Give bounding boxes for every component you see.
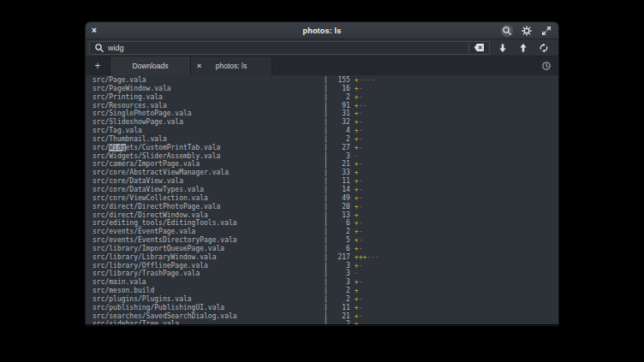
window-title: photos: ls [86,27,558,35]
terminal-row: src/PageWindow.vala|16+- [86,85,558,93]
terminal-row: src/main.vala|3+- [86,278,558,287]
terminal-row: src/direct/DirectPhotoPage.vala|20+- [86,203,558,211]
tab-photos-ls[interactable]: × photos: ls [191,56,272,75]
tab-bar: + Downloads × photos: ls [86,56,558,75]
terminal-row: src/plugins/Plugins.vala|2+- [86,295,558,304]
search-input[interactable] [108,44,465,52]
window-close-button[interactable]: × [92,27,97,35]
tab-label: Downloads [132,62,168,70]
settings-gear-icon [522,26,532,36]
tabbar-spacer [272,56,541,75]
find-next-icon [498,43,508,53]
new-tab-button[interactable]: + [86,56,110,75]
tab-close-button[interactable]: × [197,62,201,70]
terminal-row: src/SlideshowPage.vala|32+- [86,118,558,127]
terminal-row: src/library/TrashPage.vala|3- [86,270,558,278]
terminal-row: src/core/DataView.vala|11+- [86,177,558,186]
search-entry[interactable] [89,41,490,55]
find-next-button[interactable] [497,42,509,54]
terminal-row: src/camera/ImportPage.vala|21+- [86,160,558,169]
terminal-row: src/core/ViewCollection.vala|49+- [86,194,558,203]
headerbar: × photos: ls [86,22,558,39]
search-icon [502,26,512,36]
terminal-row: src/Widgets/CustomPrintTab.vala|27+- [86,144,558,152]
terminal-row: src/meson.build|2+ [86,287,558,295]
terminal-row: src/sidebar/Tree.vala|2+ [86,320,558,324]
terminal-row: src/Widgets/SliderAssembly.vala|3- [86,152,558,161]
terminal-row: src/library/LibraryWindow.vala|217+++--- [86,253,558,262]
terminal-row: src/SinglePhotoPage.vala|31+- [86,110,558,118]
entry-separator [468,43,469,53]
clear-backspace-icon [474,43,485,52]
terminal-row: src/events/EventPage.vala|2+- [86,228,558,236]
search-toggle-button[interactable] [501,25,513,37]
terminal-window: × photos: ls [86,22,558,325]
terminal-row: src/publishing/PublishingUI.vala|11+- [86,304,558,312]
tab-label: photos: ls [216,62,247,70]
terminal-row: src/core/DataViewTypes.vala|14+- [86,186,558,194]
settings-button[interactable] [521,25,533,37]
restore-tabs-button[interactable] [541,61,552,71]
search-bar [86,39,558,56]
find-previous-icon [518,43,528,53]
fullscreen-button[interactable] [540,25,552,37]
terminal-row: src/editing_tools/EditingTools.vala|6+- [86,219,558,228]
terminal-row: src/direct/DirectWindow.vala|13+ [86,211,558,220]
terminal-row: src/core/AbstractViewManager.vala|33+ [86,169,558,177]
terminal-row: src/library/ImportQueuePage.vala|6+- [86,245,558,253]
fullscreen-expand-icon [541,26,552,36]
terminal-row: src/Page.vala|155+---- [86,76,558,85]
terminal-row: src/events/EventsDirectoryPage.vala|5+- [86,236,558,245]
cyclic-search-icon [539,43,549,53]
terminal-row: src/Printing.vala|2+- [86,93,558,102]
find-previous-button[interactable] [517,42,529,54]
terminal-output[interactable]: src/Page.vala|155+---- src/PageWindow.va… [86,75,558,324]
terminal-row: src/Resources.vala|91+-- [86,102,558,110]
restore-tabs-history-icon [541,61,552,71]
search-icon [94,43,104,53]
cyclic-search-button[interactable] [538,42,550,54]
terminal-row: src/library/OfflinePage.vala|3+- [86,262,558,270]
clear-search-button[interactable] [473,42,485,54]
terminal-row: src/Tag.vala|4+- [86,127,558,135]
terminal-row: src/Thumbnail.vala|2+- [86,135,558,144]
tab-downloads[interactable]: Downloads [110,56,191,75]
terminal-row: src/searches/SavedSearchDialog.vala|21+- [86,312,558,321]
